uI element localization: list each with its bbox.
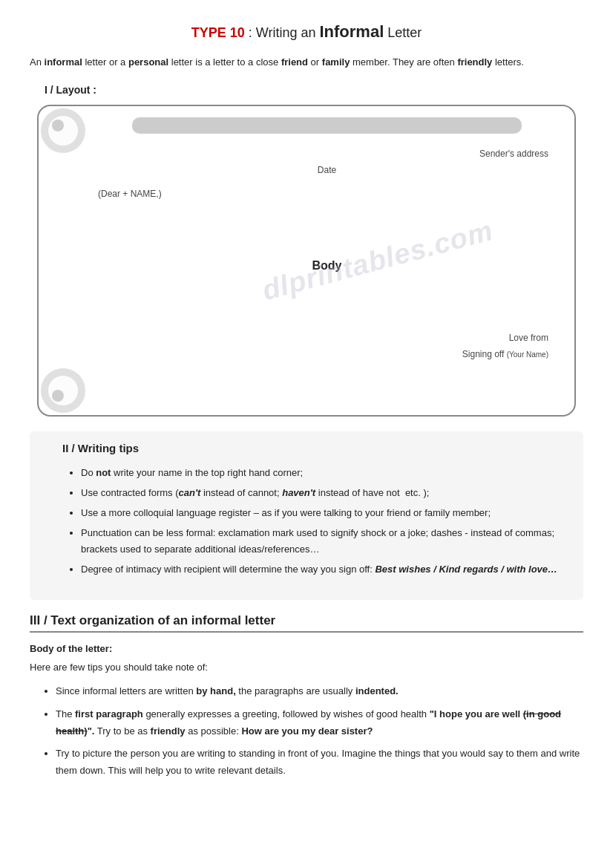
informal-bold: informal xyxy=(45,56,82,68)
note-text: Here are few tips you should take note o… xyxy=(30,660,583,676)
scroll-top-left-icon xyxy=(37,105,89,157)
org-tip-1: Since informal letters are written by ha… xyxy=(56,683,583,700)
diagram-topbar xyxy=(132,117,521,134)
svg-point-1 xyxy=(48,116,78,146)
tip-1: Do not write your name in the top right … xyxy=(81,465,573,481)
tip-5: Degree of intimacy with recipient will d… xyxy=(81,561,573,578)
title-suffix: Letter xyxy=(384,25,422,40)
org-tip-3: Try to picture the person you are writin… xyxy=(56,745,583,780)
svg-point-5 xyxy=(52,390,64,402)
friend-bold: friend xyxy=(281,56,308,68)
body-letter-subheading: Body of the letter: xyxy=(30,643,583,654)
tip-4: Punctuation can be less formal: exclamat… xyxy=(81,525,573,558)
family-bold: family xyxy=(322,56,350,68)
layout-heading: I / Layout : xyxy=(45,84,583,96)
scroll-bottom-left-icon xyxy=(37,365,89,417)
diagram-inner: Sender's address Date (Dear + NAME,) Bod… xyxy=(39,106,574,374)
friendly-bold: friendly xyxy=(457,56,492,68)
date-label: Date xyxy=(98,165,556,175)
layout-diagram: dlprintables.com Sender's address Date (… xyxy=(37,105,576,417)
writing-tips-heading: II / Writing tips xyxy=(62,442,573,454)
tip-2: Use contracted forms (can't instead of c… xyxy=(81,485,573,501)
type-label: TYPE 10 xyxy=(191,25,245,40)
svg-point-4 xyxy=(48,376,78,405)
writing-tips-list: Do not write your name in the top right … xyxy=(81,465,573,578)
org-tip-2: The first paragraph generally expresses … xyxy=(56,706,583,740)
informal-word: Informal xyxy=(319,22,384,41)
page-title: TYPE 10 : Writing an Informal Letter xyxy=(30,22,583,42)
org-tips-list: Since informal letters are written by ha… xyxy=(56,683,583,780)
intro-paragraph: An informal letter or a personal letter … xyxy=(30,55,583,71)
body-label: Body xyxy=(98,221,556,310)
senders-address-label: Sender's address xyxy=(98,149,556,159)
love-from-label: Love from xyxy=(98,333,556,343)
title-separator: : Writing an xyxy=(245,25,320,40)
tip-3: Use a more colloquial language register … xyxy=(81,505,573,521)
greeting-label: (Dear + NAME,) xyxy=(98,189,556,199)
svg-point-2 xyxy=(52,120,64,131)
personal-bold: personal xyxy=(128,56,168,68)
text-org-heading: III / Text organization of an informal l… xyxy=(30,613,583,633)
signing-off-label: Signing off (Your Name) xyxy=(98,349,556,359)
